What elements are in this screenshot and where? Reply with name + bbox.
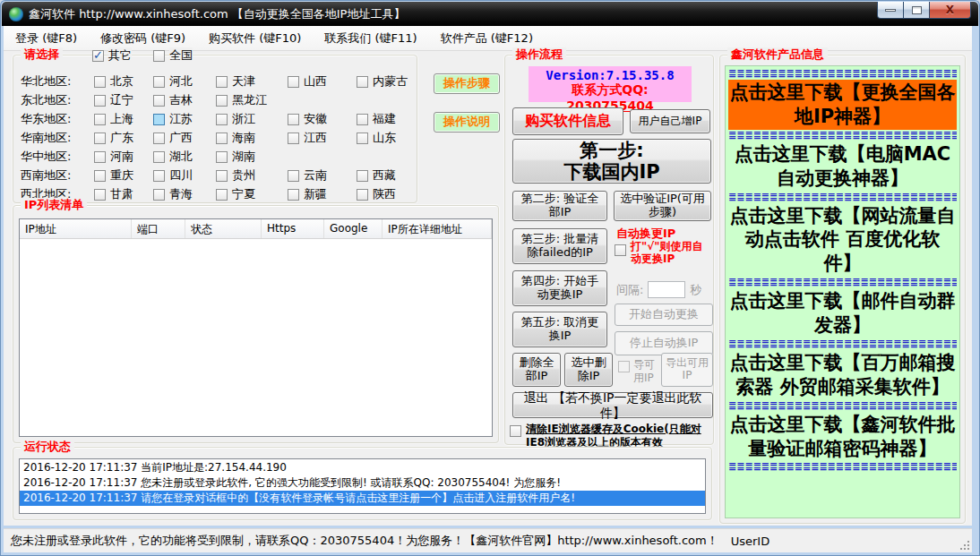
menu-item-1[interactable]: 修改密码 (键F9) xyxy=(89,27,197,50)
province-checkbox-r2-c4[interactable]: 福建 xyxy=(357,111,396,127)
start-auto-change-button[interactable]: 开始自动更换 xyxy=(615,304,713,326)
province-checkbox-r6-c1[interactable]: 青海 xyxy=(153,186,193,202)
province-checkbox-r5-c2[interactable]: 贵州 xyxy=(216,167,255,184)
checkbox-icon xyxy=(288,76,299,88)
ip-list-caption: IP列表清单 xyxy=(21,198,87,212)
ip-list-column-2[interactable]: 状态 xyxy=(185,219,262,238)
step3-clear-failed-button[interactable]: 第三步: 批量清除failed的IP xyxy=(512,228,607,264)
province-checkbox-r0-c4[interactable]: 内蒙古 xyxy=(357,73,408,90)
product-link-2[interactable]: 点击这里下载【网站流量自动点击软件 百度优化软件】 xyxy=(728,203,957,278)
product-link-3[interactable]: 点击这里下载【邮件自动群发器】 xyxy=(728,288,957,338)
checkbox-label: 浙江 xyxy=(232,111,255,127)
step4-manual-change-button[interactable]: 第四步: 开始手动更换IP xyxy=(512,270,607,306)
ip-list-column-4[interactable]: Google xyxy=(324,219,383,238)
province-checkbox-r3-c2[interactable]: 海南 xyxy=(216,130,255,146)
province-checkbox-r2-c3[interactable]: 安徽 xyxy=(288,111,327,127)
log-line-2[interactable]: 2016-12-20 17:11:37 请您在登录对话框中的【没有软件登录帐号请… xyxy=(20,491,705,506)
title-bar[interactable]: 鑫河软件 http://www.xinhesoft.com 【自动更换全国各地I… xyxy=(2,2,978,26)
province-checkbox-r5-c4[interactable]: 西藏 xyxy=(357,167,396,184)
checkbox-icon xyxy=(94,133,106,144)
province-checkbox-r2-c0[interactable]: 上海 xyxy=(94,111,133,127)
province-checkbox-r0-c3[interactable]: 山西 xyxy=(288,73,327,90)
step5-cancel-change-button[interactable]: 第五步: 取消更换IP xyxy=(512,312,607,347)
checkbox-label: 福建 xyxy=(373,111,396,127)
province-checkbox-r1-c1[interactable]: 吉林 xyxy=(153,92,193,108)
region-row-5: 西南地区:重庆四川贵州云南西藏 xyxy=(13,166,417,184)
menu-item-2[interactable]: 购买软件 (键F10) xyxy=(197,27,313,50)
province-checkbox-r1-c0[interactable]: 辽宁 xyxy=(94,92,133,108)
province-checkbox-r2-c1[interactable]: 江苏 xyxy=(153,111,193,127)
operation-steps-button[interactable]: 操作步骤 xyxy=(434,73,500,94)
export-usable-checkbox-item[interactable]: 导可用IP xyxy=(618,358,659,385)
checkbox-label: 辽宁 xyxy=(110,92,133,108)
product-links-panel: ========================================… xyxy=(725,65,960,518)
checkbox-label: 海南 xyxy=(232,130,255,146)
resize-grip-icon[interactable] xyxy=(958,538,969,550)
globe-app-icon xyxy=(9,7,23,21)
operation-instructions-button[interactable]: 操作说明 xyxy=(434,112,500,133)
auto-change-checkbox-label: 打"√"则使用自动更换IP xyxy=(631,240,713,266)
province-checkbox-r3-c0[interactable]: 广东 xyxy=(94,130,133,146)
ip-list-column-0[interactable]: IP地址 xyxy=(20,219,132,238)
checkbox-icon xyxy=(357,170,368,182)
log-list[interactable]: 2016-12-20 17:11:37 当前IP地址是:27.154.44.19… xyxy=(19,458,706,514)
step1-line1: 第一步: xyxy=(580,140,643,161)
clear-ie-cache-checkbox-item[interactable]: 清除IE浏览器缓存及Cookie(只能对IE8浏览器及以上的版本有效 xyxy=(510,423,712,449)
ip-list-header-row: IP地址端口状态HttpsGoogleIP所在详细地址 xyxy=(20,219,492,239)
auto-change-checkbox-item[interactable]: 打"√"则使用自动更换IP xyxy=(615,240,713,266)
checkbox-icon xyxy=(288,170,299,182)
buy-software-info-button[interactable]: 购买软件信息 xyxy=(512,107,623,135)
ip-list-column-3[interactable]: Https xyxy=(262,219,324,238)
menu-item-0[interactable]: 登录 (键F8) xyxy=(4,27,89,50)
menu-item-3[interactable]: 联系我们 (键F11) xyxy=(313,27,428,50)
province-checkbox-r5-c1[interactable]: 四川 xyxy=(153,167,193,184)
log-line-0[interactable]: 2016-12-20 17:11:37 当前IP地址是:27.154.44.19… xyxy=(20,460,705,475)
province-checkbox-r4-c0[interactable]: 河南 xyxy=(94,149,133,165)
province-checkbox-r1-c2[interactable]: 黑龙江 xyxy=(216,92,267,108)
verify-selected-button[interactable]: 选中验证IP(可用步骤) xyxy=(614,191,711,221)
step1-download-ip-button[interactable]: 第一步: 下载国内IP xyxy=(512,139,711,184)
region-row-4: 华中地区:河南湖北湖南 xyxy=(13,147,417,165)
product-link-5[interactable]: 点击这里下载【鑫河软件批量验证邮箱密码神器】 xyxy=(728,412,957,462)
province-checkbox-r0-c1[interactable]: 河北 xyxy=(153,73,193,90)
product-link-1[interactable]: 点击这里下载【电脑MAC自动更换神器】 xyxy=(728,141,957,192)
ip-list-table[interactable]: IP地址端口状态HttpsGoogleIP所在详细地址 xyxy=(19,218,493,437)
province-checkbox-r5-c3[interactable]: 云南 xyxy=(288,167,327,184)
close-button[interactable]: X xyxy=(930,2,971,19)
ip-list-column-1[interactable]: 端口 xyxy=(132,219,185,238)
product-link-0[interactable]: 点击这里下载【更换全国各地IP神器】 xyxy=(728,80,957,130)
stop-auto-change-button[interactable]: 停止自动换IP xyxy=(615,331,713,355)
product-link-4[interactable]: 点击这里下载【百万邮箱搜索器 外贸邮箱采集软件】 xyxy=(728,350,957,400)
log-line-1[interactable]: 2016-12-20 17:11:37 您未注册或登录此软件, 它的强大功能受到… xyxy=(20,475,705,491)
province-checkbox-r6-c3[interactable]: 新疆 xyxy=(288,186,327,202)
province-checkbox-r5-c0[interactable]: 重庆 xyxy=(94,167,133,184)
province-checkbox-r3-c1[interactable]: 广西 xyxy=(153,130,193,146)
province-checkbox-r6-c0[interactable]: 甘肃 xyxy=(94,186,133,202)
exit-button[interactable]: 退出 【若不换IP一定要退出此软件】 xyxy=(512,392,713,418)
ip-list-column-5[interactable]: IP所在详细地址 xyxy=(383,219,492,238)
user-add-ip-button[interactable]: 用户自己增IP xyxy=(630,109,710,133)
checkbox-label: 河南 xyxy=(110,149,133,165)
scope-checkbox-0[interactable]: 其它 xyxy=(92,47,132,64)
interval-input[interactable] xyxy=(648,281,685,298)
menu-item-4[interactable]: 软件产品 (键F12) xyxy=(429,27,545,50)
checkbox-label: 河北 xyxy=(169,73,193,90)
province-checkbox-r3-c3[interactable]: 江西 xyxy=(288,130,327,146)
province-checkbox-r6-c4[interactable]: 陕西 xyxy=(357,186,396,202)
province-checkbox-r3-c4[interactable]: 山东 xyxy=(357,130,396,146)
minimize-button[interactable] xyxy=(877,2,904,19)
region-row-label: 东北地区: xyxy=(21,92,71,108)
maximize-button[interactable] xyxy=(904,2,930,19)
province-checkbox-r6-c2[interactable]: 宁夏 xyxy=(216,186,255,202)
province-checkbox-r4-c2[interactable]: 湖南 xyxy=(216,149,255,165)
step2-verify-all-button[interactable]: 第二步: 验证全部IP xyxy=(512,191,607,221)
scope-checkbox-1[interactable]: 全国 xyxy=(153,47,193,64)
province-checkbox-r2-c2[interactable]: 浙江 xyxy=(216,111,255,127)
delete-selected-ip-button[interactable]: 选中删除IP xyxy=(564,353,613,387)
delete-all-ip-button[interactable]: 删除全部IP xyxy=(512,353,561,387)
region-row-0: 华北地区:北京河北天津山西内蒙古 xyxy=(13,72,417,90)
province-checkbox-r4-c1[interactable]: 湖北 xyxy=(153,149,193,165)
province-checkbox-r0-c2[interactable]: 天津 xyxy=(216,73,255,90)
province-checkbox-r0-c0[interactable]: 北京 xyxy=(94,73,133,90)
export-usable-ip-button[interactable]: 导出可用IP xyxy=(661,353,713,387)
